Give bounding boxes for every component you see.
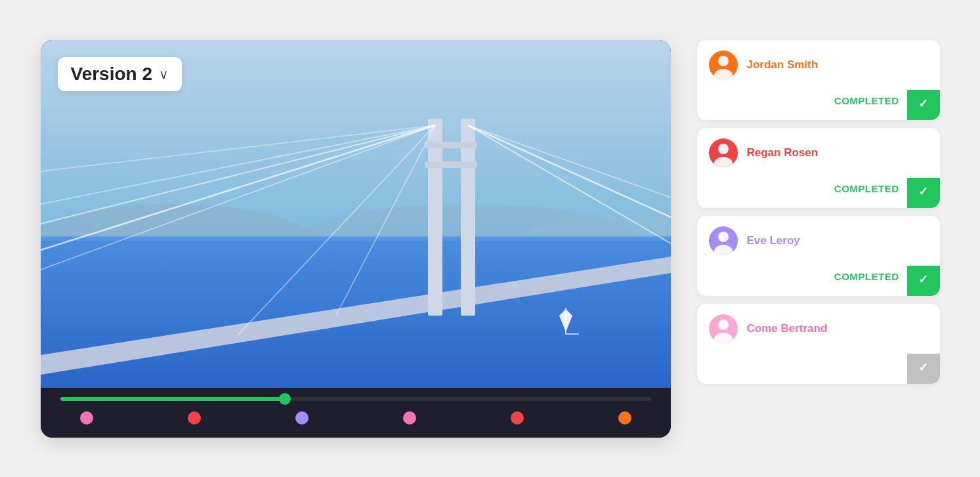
checkmark-icon-jordan: ✓ xyxy=(918,96,928,111)
progress-thumb[interactable] xyxy=(279,393,291,405)
svg-point-31 xyxy=(714,333,733,343)
svg-rect-22 xyxy=(565,308,566,334)
svg-point-27 xyxy=(714,157,733,167)
main-container: Version 2 ∨ xyxy=(21,20,960,457)
status-label-come xyxy=(697,365,907,373)
timeline-dot-4[interactable] xyxy=(403,411,416,425)
reviewer-header-eve: Eve Leroy xyxy=(697,216,940,262)
reviewer-name-eve: Eve Leroy xyxy=(747,234,800,247)
timeline-dot-6[interactable] xyxy=(618,411,631,425)
avatar-jordan xyxy=(709,51,738,79)
svg-rect-10 xyxy=(425,161,477,168)
status-row-eve: COMPLETED ✓ xyxy=(697,262,940,296)
svg-point-24 xyxy=(718,56,729,66)
reviewer-name-come: Come Bertrand xyxy=(747,322,828,335)
checkmark-icon-regan: ✓ xyxy=(918,184,928,199)
status-row-jordan: COMPLETED ✓ xyxy=(697,86,940,120)
reviewer-header-regan: Regan Rosen xyxy=(697,128,940,174)
status-label-jordan: COMPLETED xyxy=(697,95,907,114)
svg-point-25 xyxy=(714,69,733,79)
video-content: Version 2 ∨ xyxy=(41,40,671,388)
check-button-regan[interactable]: ✓ xyxy=(907,178,940,208)
check-button-jordan[interactable]: ✓ xyxy=(907,90,940,120)
reviewer-card-jordan: Jordan Smith COMPLETED ✓ xyxy=(697,40,940,120)
timeline-dot-1[interactable] xyxy=(80,411,93,425)
reviewer-name-jordan: Jordan Smith xyxy=(747,58,819,72)
timeline-dot-5[interactable] xyxy=(511,411,524,425)
status-label-regan: COMPLETED xyxy=(697,183,907,202)
status-row-come: ✓ xyxy=(697,350,940,384)
version-selector[interactable]: Version 2 ∨ xyxy=(58,57,182,91)
timeline-dot-3[interactable] xyxy=(295,411,309,425)
svg-point-26 xyxy=(718,144,729,154)
reviewer-card-eve: Eve Leroy COMPLETED ✓ xyxy=(697,216,940,296)
checkmark-icon-eve: ✓ xyxy=(918,272,928,287)
status-label-eve: COMPLETED xyxy=(697,271,907,290)
svg-rect-9 xyxy=(425,142,477,148)
checkmark-icon-come: ✓ xyxy=(918,360,928,375)
svg-point-28 xyxy=(718,232,729,242)
reviewer-header-come: Come Bertrand xyxy=(697,304,940,350)
reviewer-name-regan: Regan Rosen xyxy=(747,146,819,159)
reviewer-card-come: Come Bertrand ✓ xyxy=(697,304,940,384)
chevron-down-icon: ∨ xyxy=(159,66,169,82)
svg-point-29 xyxy=(714,245,733,255)
progress-fill xyxy=(60,397,285,401)
check-button-come[interactable]: ✓ xyxy=(907,354,940,384)
reviewers-panel: Jordan Smith COMPLETED ✓ Regan Rosen xyxy=(697,40,940,384)
controls-bar xyxy=(41,388,671,438)
video-card: Version 2 ∨ xyxy=(41,40,671,438)
avatar-come xyxy=(709,314,738,343)
avatar-eve xyxy=(709,226,738,255)
check-button-eve[interactable]: ✓ xyxy=(907,266,940,296)
reviewer-card-regan: Regan Rosen COMPLETED ✓ xyxy=(697,128,940,208)
version-label-text: Version 2 xyxy=(71,64,153,85)
svg-point-30 xyxy=(718,320,729,330)
bridge-scene xyxy=(41,40,671,388)
timeline-dot-2[interactable] xyxy=(188,411,201,425)
dot-row xyxy=(41,411,671,425)
progress-track[interactable] xyxy=(60,397,651,401)
svg-rect-5 xyxy=(41,236,671,241)
status-row-regan: COMPLETED ✓ xyxy=(697,174,940,208)
avatar-regan xyxy=(709,138,738,167)
reviewer-header-jordan: Jordan Smith xyxy=(697,40,940,86)
